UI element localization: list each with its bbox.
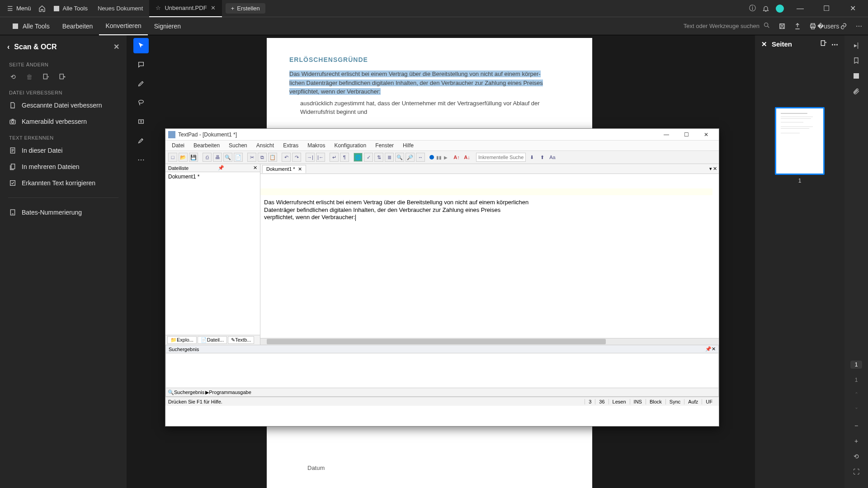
tab-new-document[interactable]: Neues Dokument (91, 0, 149, 17)
all-tools-button[interactable]: Alle Tools (49, 3, 91, 14)
nav-up-icon[interactable]: ˄ (851, 391, 862, 399)
help-icon[interactable]: ⓘ (749, 5, 756, 12)
find-icon[interactable]: 🔍 (395, 153, 404, 162)
menu-makros[interactable]: Makros (304, 141, 329, 150)
convert-tab[interactable]: Konvertieren (99, 17, 147, 35)
share-icon[interactable] (794, 23, 801, 30)
insert-page-icon[interactable] (820, 40, 827, 48)
refresh-icon[interactable]: ⟲ (851, 453, 862, 460)
new-file-icon[interactable]: □ (168, 153, 177, 162)
search-down-icon[interactable]: ⬇ (527, 153, 536, 162)
tab-active-document[interactable]: ☆ Unbenannt.PDF ✕ (149, 0, 222, 17)
more-tools[interactable]: ⋯ (133, 152, 149, 167)
save-icon[interactable]: 💾 (189, 153, 198, 162)
close-icon[interactable]: ✕ (713, 166, 717, 172)
bell-icon[interactable] (762, 5, 769, 12)
close-icon[interactable]: ✕ (211, 5, 216, 11)
filelist-tab[interactable]: 📄Dateil... (198, 336, 227, 344)
cut-icon[interactable]: ✂ (247, 153, 256, 162)
link-icon[interactable] (840, 23, 847, 30)
search-results-tab[interactable]: 🔍Suchergebnis (168, 389, 204, 395)
menu-hilfe[interactable]: Hilfe (399, 141, 417, 150)
close-icon[interactable]: ✕ (761, 40, 767, 48)
pilcrow-icon[interactable]: ¶ (340, 153, 349, 162)
more-icon[interactable]: ⋯ (831, 40, 838, 48)
save-all-icon[interactable]: ⎙ (203, 153, 212, 162)
close-icon[interactable]: ✕ (113, 42, 119, 51)
textpad-titlebar[interactable]: TextPad - [Dokument1 *] — ☐ ✕ (165, 129, 719, 141)
window-minimize[interactable]: — (790, 0, 810, 17)
people-icon[interactable]: �users (825, 23, 832, 30)
window-close[interactable]: ✕ (843, 0, 863, 17)
font-larger-icon[interactable]: A↑ (452, 153, 461, 162)
lasso-tool[interactable] (133, 95, 149, 110)
menu-suchen[interactable]: Suchen (225, 141, 251, 150)
more-icon[interactable]: ⋯ (855, 23, 863, 30)
menu-extras[interactable]: Extras (279, 141, 302, 150)
horizontal-scrollbar[interactable] (260, 338, 719, 345)
panel-toggle-icon[interactable]: ▸| (851, 42, 862, 49)
search-up-icon[interactable]: ⬆ (538, 153, 547, 162)
close-icon[interactable]: ✕ (253, 165, 257, 171)
redo-icon[interactable]: ↷ (292, 153, 301, 162)
explorer-tab[interactable]: 📁Explo... (167, 336, 197, 344)
enhance-scanned-item[interactable]: Gescannte Datei verbessern (0, 97, 127, 113)
font-smaller-icon[interactable]: A↓ (462, 153, 472, 162)
window-maximize[interactable]: ☐ (816, 0, 836, 17)
select-tool[interactable] (133, 38, 149, 53)
document-tab[interactable]: Dokument1 * ✕ (262, 165, 306, 173)
wordwrap-icon[interactable]: ↵ (330, 153, 339, 162)
comment-tool[interactable] (133, 57, 149, 72)
incremental-search-input[interactable] (476, 153, 526, 162)
pdf-text[interactable]: Widerrufsfrist beginnt und (300, 108, 367, 115)
pin-icon[interactable]: 📌 (705, 346, 712, 352)
edit-tab[interactable]: Bearbeiten (56, 17, 99, 35)
bates-item[interactable]: Bates-Nummerierung (0, 204, 127, 221)
menu-ansicht[interactable]: Ansicht (253, 141, 278, 150)
bookmark-icon[interactable] (851, 57, 862, 64)
match-case-icon[interactable]: Aa (548, 153, 557, 162)
back-icon[interactable]: ‹ (7, 43, 9, 51)
compare-icon[interactable]: ≣ (385, 153, 394, 162)
indent-icon[interactable]: →| (306, 153, 315, 162)
highlighted-text[interactable]: lichen Datenträger befindlichen digitale… (289, 80, 543, 86)
page-setup-icon[interactable]: 📄 (234, 153, 243, 162)
textbox-tool[interactable] (133, 114, 149, 129)
program-output-tab[interactable]: ▶Programmausgabe (205, 389, 251, 395)
highlighted-text[interactable]: verpflichtet, wenn der Verbraucher: (289, 88, 381, 95)
highlight-tool[interactable] (133, 133, 149, 148)
nav-down-icon[interactable]: ˅ (851, 407, 862, 414)
user-avatar[interactable] (776, 5, 784, 13)
create-button[interactable]: + Erstellen (226, 3, 265, 14)
menu-datei[interactable]: Datei (168, 141, 188, 150)
pin-icon[interactable]: 📌 (218, 165, 224, 171)
open-file-icon[interactable]: 📂 (179, 153, 188, 162)
grid-icon[interactable] (853, 72, 860, 80)
copy-icon[interactable]: ⧉ (258, 153, 267, 162)
all-tools-tab[interactable]: Alle Tools (5, 17, 56, 35)
page-thumbnail[interactable] (775, 107, 825, 175)
print-preview-icon[interactable]: 🔍 (223, 153, 232, 162)
pdf-text[interactable]: ausdrücklich zugestimmt hat, dass der Un… (300, 100, 436, 107)
replace-icon[interactable]: ↔ (416, 153, 425, 162)
paste-icon[interactable]: 📋 (268, 153, 277, 162)
attachment-icon[interactable] (851, 88, 862, 95)
correct-text-item[interactable]: Erkannten Text korrigieren (0, 175, 127, 191)
window-maximize[interactable]: ☐ (676, 129, 696, 140)
close-icon[interactable]: ✕ (712, 346, 716, 352)
textclips-tab[interactable]: ✎Textb... (228, 336, 254, 344)
page-current-input[interactable]: 1 (850, 361, 863, 369)
delete-icon[interactable]: 🗑 (25, 73, 33, 81)
extract-page-icon[interactable] (58, 73, 66, 81)
sign-tab[interactable]: Signieren (148, 17, 187, 35)
save-icon[interactable] (778, 23, 786, 30)
home-button[interactable] (35, 3, 49, 14)
search-input[interactable]: Text oder Werkzeuge suchen (684, 22, 770, 30)
zoom-in-icon[interactable]: + (851, 437, 862, 445)
spellcheck-icon[interactable]: ✓ (364, 153, 373, 162)
pencil-tool[interactable] (133, 76, 149, 91)
recognize-this-file-item[interactable]: In dieser Datei (0, 142, 127, 159)
editor-area[interactable]: Das Widerrufsrecht erlischt bei einem Ve… (260, 174, 719, 338)
insert-page-icon[interactable] (42, 73, 50, 81)
rotate-icon[interactable]: ⟲ (9, 73, 17, 81)
